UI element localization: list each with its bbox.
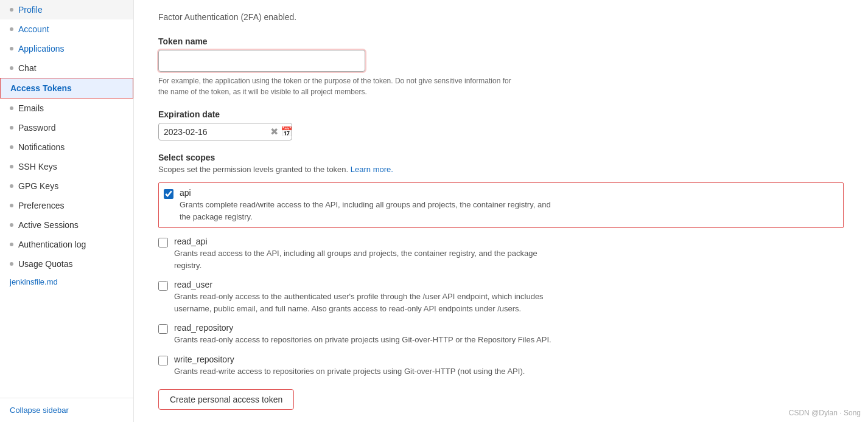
scopes-section: Select scopes Scopes set the permission … [158,153,844,377]
sidebar-label-preferences: Preferences [18,201,64,210]
sidebar-label-usage-quotas: Usage Quotas [18,259,73,269]
sidebar-item-authentication-log[interactable]: Authentication log [0,235,133,254]
calendar-icon[interactable]: 📅 [281,126,293,137]
scope-desc-write_repository: Grants read-write access to repositories… [174,365,551,378]
sidebar-item-gpg-keys[interactable]: GPG Keys [0,176,133,196]
scope-checkbox-api[interactable] [164,189,173,199]
scope-item-read_api: read_apiGrants read access to the API, i… [158,237,844,271]
sidebar-label-access-tokens: Access Tokens [10,83,72,93]
sidebar-label-gpg-keys: GPG Keys [18,181,58,191]
sidebar-item-emails[interactable]: Emails [0,99,133,118]
sidebar-item-profile[interactable]: Profile [0,0,133,19]
scope-name-read_repository: read_repository [174,323,844,333]
scope-text-api: apiGrants complete read/write access to … [180,188,838,223]
expiration-section: Expiration date ✖ 📅 [158,109,844,140]
scope-checkbox-read_api[interactable] [158,238,168,247]
sidebar-dot-ssh-keys [10,165,13,168]
sidebar-label-account: Account [18,24,49,34]
collapse-sidebar-button[interactable]: Collapse sidebar [10,406,124,415]
expiration-date-input[interactable] [164,127,270,137]
expiration-date-wrapper[interactable]: ✖ 📅 [158,123,292,140]
scope-desc-api: Grants complete read/write access to the… [180,199,557,223]
scopes-header: Select scopes [158,153,844,162]
sidebar-bottom: Collapse sidebar [0,398,133,422]
expiration-label: Expiration date [158,109,844,119]
sidebar-item-active-sessions[interactable]: Active Sessions [0,215,133,235]
sidebar-label-password: Password [18,123,55,133]
token-name-hint: For example, the application using the t… [158,75,511,97]
learn-more-link[interactable]: Learn more. [351,165,393,174]
scope-checkbox-write_repository[interactable] [158,356,168,365]
sidebar-label-notifications: Notifications [18,142,65,152]
create-personal-access-token-button[interactable]: Create personal access token [158,389,294,410]
sidebar-dot-applications [10,47,13,50]
sidebar-item-account[interactable]: Account [0,19,133,39]
scope-item-write_repository: write_repositoryGrants read-write access… [158,355,844,378]
sidebar-label-chat: Chat [18,63,37,73]
scope-name-write_repository: write_repository [174,355,844,364]
sidebar-dot-preferences [10,204,13,207]
sidebar-dot-emails [10,106,13,110]
scope-item-read_repository: read_repositoryGrants read-only access t… [158,323,844,346]
scope-checkbox-read_repository[interactable] [158,324,168,334]
sidebar-dot-account [10,27,13,31]
scope-text-read_user: read_userGrants read-only access to the … [174,280,844,314]
scope-desc-read_repository: Grants read-only access to repositories … [174,334,551,346]
sidebar-item-usage-quotas[interactable]: Usage Quotas [0,254,133,274]
sidebar-dot-profile [10,8,13,12]
sidebar-dot-notifications [10,145,13,149]
sidebar-item-password[interactable]: Password [0,118,133,137]
scope-desc-read_user: Grants read-only access to the authentic… [174,291,551,314]
scope-text-read_repository: read_repositoryGrants read-only access t… [174,323,844,346]
twofa-note: Factor Authentication (2FA) enabled. [158,12,844,22]
sidebar-item-notifications[interactable]: Notifications [0,137,133,157]
token-name-label: Token name [158,36,844,46]
watermark: CSDN @Dylan · Song [789,409,861,417]
sidebar-item-preferences[interactable]: Preferences [0,196,133,215]
scope-desc-read_api: Grants read access to the API, including… [174,247,551,271]
clear-date-icon[interactable]: ✖ [270,126,278,137]
sidebar-item-applications[interactable]: Applications [0,39,133,58]
scope-text-write_repository: write_repositoryGrants read-write access… [174,355,844,378]
sidebar-label-profile: Profile [18,5,43,15]
sidebar-dot-active-sessions [10,223,13,227]
sidebar: ProfileAccountApplicationsChatAccess Tok… [0,0,134,422]
sidebar-item-access-tokens[interactable]: Access Tokens [0,78,133,99]
sidebar-label-applications: Applications [18,44,65,54]
sidebar-dot-usage-quotas [10,262,13,266]
scope-name-read_api: read_api [174,237,844,246]
scope-checkbox-read_user[interactable] [158,281,168,291]
sidebar-dot-authentication-log [10,243,13,246]
scope-item-read_user: read_userGrants read-only access to the … [158,280,844,314]
sidebar-dot-chat [10,66,13,70]
scope-text-read_api: read_apiGrants read access to the API, i… [174,237,844,271]
scopes-subtitle: Scopes set the permission levels granted… [158,165,844,174]
sidebar-item-ssh-keys[interactable]: SSH Keys [0,157,133,176]
sidebar-item-chat[interactable]: Chat [0,58,133,78]
sidebar-dot-gpg-keys [10,184,13,188]
sidebar-label-active-sessions: Active Sessions [18,220,79,230]
main-content: Factor Authentication (2FA) enabled. Tok… [134,0,868,422]
sidebar-label-authentication-log: Authentication log [18,240,86,249]
token-name-section: Token name For example, the application … [158,36,844,97]
sidebar-label-emails: Emails [18,103,44,113]
scope-name-api: api [180,188,838,198]
scope-item-api: apiGrants complete read/write access to … [158,182,844,228]
sidebar-dot-password [10,126,13,130]
create-btn-wrapper: Create personal access token [158,389,844,410]
token-name-input[interactable] [158,50,365,72]
scope-name-read_user: read_user [174,280,844,289]
sidebar-label-ssh-keys: SSH Keys [18,162,57,171]
sidebar-extra-item[interactable]: jenkinsfile.md [0,274,133,290]
